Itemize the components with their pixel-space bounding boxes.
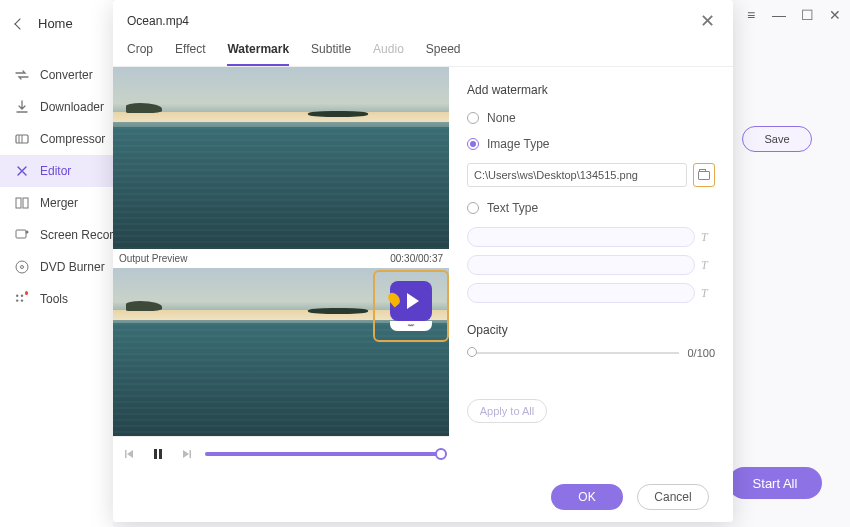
sidebar-label: Screen Recorder [40, 228, 113, 242]
home-nav[interactable]: Home [0, 8, 113, 39]
tab-speed[interactable]: Speed [426, 42, 461, 66]
svg-point-6 [21, 266, 24, 269]
preview-column: Output Preview 00:30/00:37 〰 [113, 67, 449, 472]
close-window-icon[interactable]: ✕ [828, 8, 842, 22]
text-style-icon[interactable]: T [701, 258, 715, 272]
converter-icon [14, 67, 30, 83]
compressor-icon [14, 131, 30, 147]
slider-knob[interactable] [467, 347, 477, 357]
ok-button[interactable]: OK [551, 484, 623, 510]
tab-crop[interactable]: Crop [127, 42, 153, 66]
text-style-icon[interactable]: T [701, 286, 715, 300]
svg-rect-13 [159, 449, 162, 459]
timecode: 00:30/00:37 [390, 253, 443, 264]
tab-watermark[interactable]: Watermark [227, 42, 289, 66]
output-preview: 〰 [113, 268, 449, 436]
sidebar-item-editor[interactable]: Editor [0, 155, 113, 187]
opacity-label: Opacity [467, 323, 715, 337]
sidebar-item-downloader[interactable]: Downloader [0, 91, 113, 123]
image-path-input[interactable] [467, 163, 687, 187]
tab-audio: Audio [373, 42, 404, 66]
sidebar-item-dvd-burner[interactable]: DVD Burner [0, 251, 113, 283]
radio-none[interactable]: None [467, 111, 715, 125]
save-button[interactable]: Save [742, 126, 812, 152]
playback-controls [113, 436, 449, 472]
svg-rect-3 [16, 230, 26, 238]
svg-point-10 [21, 299, 23, 301]
cancel-button[interactable]: Cancel [637, 484, 709, 510]
tools-icon [14, 291, 30, 307]
next-frame-icon[interactable] [177, 445, 195, 463]
sidebar-item-screen-recorder[interactable]: Screen Recorder [0, 219, 113, 251]
radio-image-type[interactable]: Image Type [467, 137, 715, 151]
pause-icon[interactable] [149, 445, 167, 463]
sidebar: Home Converter Downloader Compressor Edi… [0, 0, 113, 527]
tab-effect[interactable]: Effect [175, 42, 205, 66]
preview-info-bar: Output Preview 00:30/00:37 [113, 249, 449, 268]
chevron-left-icon [14, 18, 25, 29]
home-label: Home [38, 16, 73, 31]
opacity-slider[interactable] [467, 352, 679, 354]
svg-point-8 [21, 295, 23, 297]
prev-frame-icon[interactable] [121, 445, 139, 463]
watermark-overlay[interactable]: 〰 [373, 270, 449, 342]
sidebar-item-merger[interactable]: Merger [0, 187, 113, 219]
text-input-1[interactable] [467, 227, 695, 247]
dvd-icon [14, 259, 30, 275]
radio-label: Text Type [487, 201, 538, 215]
radio-icon [467, 202, 479, 214]
svg-rect-1 [16, 198, 21, 208]
start-all-button[interactable]: Start All [728, 467, 822, 499]
close-icon[interactable]: ✕ [696, 10, 719, 32]
dialog-title: Ocean.mp4 [127, 14, 189, 28]
folder-icon [698, 171, 710, 180]
output-preview-label: Output Preview [119, 253, 187, 264]
watermark-panel: Add watermark None Image Type [449, 67, 733, 472]
merger-icon [14, 195, 30, 211]
sidebar-label: Downloader [40, 100, 104, 114]
progress-knob[interactable] [435, 448, 447, 460]
editor-dialog: Ocean.mp4 ✕ Crop Effect Watermark Subtit… [113, 0, 733, 522]
radio-text-type[interactable]: Text Type [467, 201, 715, 215]
sidebar-label: Converter [40, 68, 93, 82]
svg-rect-12 [154, 449, 157, 459]
sidebar-item-compressor[interactable]: Compressor [0, 123, 113, 155]
editor-icon [14, 163, 30, 179]
watermark-logo-icon [390, 281, 432, 321]
svg-rect-14 [190, 450, 192, 458]
svg-point-4 [26, 231, 29, 234]
radio-label: None [487, 111, 516, 125]
apply-to-all-button[interactable]: Apply to All [467, 399, 547, 423]
radio-label: Image Type [487, 137, 549, 151]
sidebar-label: Compressor [40, 132, 105, 146]
editor-tabs: Crop Effect Watermark Subtitle Audio Spe… [113, 32, 733, 67]
download-icon [14, 99, 30, 115]
text-input-2[interactable] [467, 255, 695, 275]
tab-subtitle[interactable]: Subtitle [311, 42, 351, 66]
svg-rect-11 [125, 450, 127, 458]
sidebar-label: DVD Burner [40, 260, 105, 274]
text-style-icon[interactable]: T [701, 230, 715, 244]
screen-recorder-icon [14, 227, 30, 243]
text-input-3[interactable] [467, 283, 695, 303]
browse-button[interactable] [693, 163, 715, 187]
source-preview [113, 67, 449, 249]
radio-icon [467, 112, 479, 124]
section-title: Add watermark [467, 83, 715, 97]
sidebar-item-tools[interactable]: Tools [0, 283, 113, 315]
svg-point-9 [16, 299, 18, 301]
sidebar-item-converter[interactable]: Converter [0, 59, 113, 91]
radio-icon [467, 138, 479, 150]
svg-point-5 [16, 261, 28, 273]
sidebar-label: Editor [40, 164, 71, 178]
window-controls: ≡ — ☐ ✕ [744, 8, 842, 22]
watermark-sub: 〰 [390, 321, 432, 331]
menu-icon[interactable]: ≡ [744, 8, 758, 22]
maximize-icon[interactable]: ☐ [800, 8, 814, 22]
sidebar-label: Merger [40, 196, 78, 210]
minimize-icon[interactable]: — [772, 8, 786, 22]
progress-bar[interactable] [205, 452, 441, 456]
svg-point-7 [16, 295, 18, 297]
svg-rect-2 [23, 198, 28, 208]
opacity-value: 0/100 [687, 347, 715, 359]
